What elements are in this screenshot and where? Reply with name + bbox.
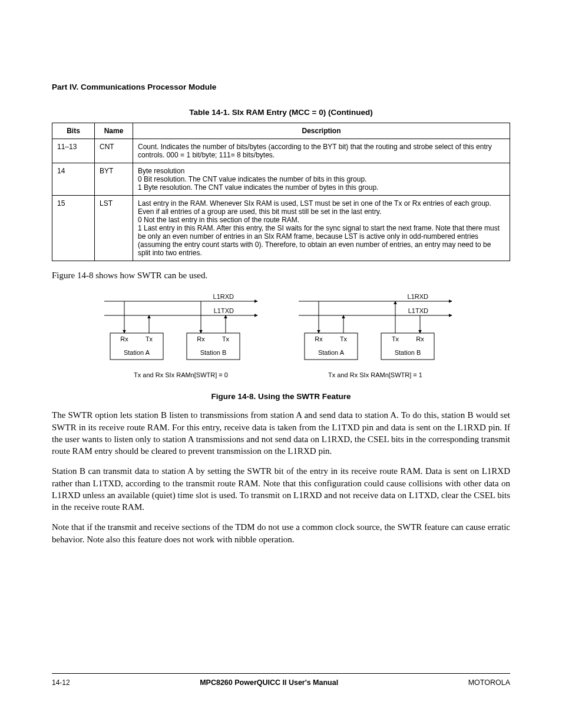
ram-entry-table: Bits Name Description 11–13 CNT Count. I… bbox=[52, 123, 510, 261]
cell-name: LST bbox=[95, 196, 133, 261]
figure-reference-text: Figure 14-8 shows how SWTR can be used. bbox=[52, 269, 510, 281]
col-header-name: Name bbox=[95, 123, 133, 139]
cell-bits: 14 bbox=[52, 163, 95, 196]
label-rx: Rx bbox=[416, 335, 424, 342]
page-footer: 14-12 MPC8260 PowerQUICC II User's Manua… bbox=[52, 673, 510, 687]
table-header-row: Bits Name Description bbox=[52, 123, 510, 139]
label-station-a: Station A bbox=[318, 349, 345, 356]
label-station-b: Station B bbox=[200, 349, 227, 356]
label-l1rxd: L1RXD bbox=[408, 293, 429, 300]
cell-desc: Last entry in the RAM. Whenever SIx RAM … bbox=[133, 196, 510, 261]
paragraph: Note that if the transmit and receive se… bbox=[52, 521, 510, 545]
footer-brand: MOTOROLA bbox=[468, 678, 510, 687]
table-row: 11–13 CNT Count. Indicates the number of… bbox=[52, 139, 510, 163]
diagram-right-caption: Tx and Rx SIx RAMn[SWTR] = 1 bbox=[328, 371, 422, 378]
cell-bits: 15 bbox=[52, 196, 95, 261]
figure-14-8: L1RXD L1TXD Rx Tx Station A Rx Tx Statio… bbox=[52, 292, 510, 401]
label-tx: Tx bbox=[146, 335, 153, 342]
label-station-a: Station A bbox=[124, 349, 150, 356]
footer-page-number: 14-12 bbox=[52, 678, 70, 687]
table-row: 15 LST Last entry in the RAM. Whenever S… bbox=[52, 196, 510, 261]
cell-name: CNT bbox=[95, 139, 133, 163]
label-rx: Rx bbox=[120, 335, 128, 342]
cell-bits: 11–13 bbox=[52, 139, 95, 163]
label-l1txd: L1TXD bbox=[214, 307, 234, 314]
footer-manual-title: MPC8260 PowerQUICC II User's Manual bbox=[200, 678, 338, 687]
part-heading: Part IV. Communications Processor Module bbox=[52, 83, 510, 91]
cell-desc: Count. Indicates the number of bits/byte… bbox=[133, 139, 510, 163]
cell-name: BYT bbox=[95, 163, 133, 196]
diagram-left-caption: Tx and Rx SIx RAMn[SWTR] = 0 bbox=[134, 371, 228, 378]
cell-desc: Byte resolution 0 Bit resolution. The CN… bbox=[133, 163, 510, 196]
paragraph: Station B can transmit data to station A… bbox=[52, 465, 510, 513]
table-row: 14 BYT Byte resolution 0 Bit resolution.… bbox=[52, 163, 510, 196]
paragraph: The SWTR option lets station B listen to… bbox=[52, 409, 510, 457]
label-station-b: Station B bbox=[395, 349, 421, 356]
label-tx: Tx bbox=[222, 335, 230, 342]
label-l1rxd: L1RXD bbox=[213, 293, 234, 300]
col-header-bits: Bits bbox=[52, 123, 95, 139]
table-caption: Table 14-1. SIx RAM Entry (MCC = 0) (Con… bbox=[52, 108, 510, 117]
label-tx: Tx bbox=[340, 335, 348, 342]
label-rx: Rx bbox=[315, 335, 323, 342]
label-rx: Rx bbox=[197, 335, 205, 342]
label-l1txd: L1TXD bbox=[408, 307, 428, 314]
label-tx: Tx bbox=[392, 335, 399, 342]
document-page: Part IV. Communications Processor Module… bbox=[0, 0, 562, 728]
col-header-description: Description bbox=[133, 123, 510, 139]
figure-caption: Figure 14-8. Using the SWTR Feature bbox=[52, 392, 510, 401]
